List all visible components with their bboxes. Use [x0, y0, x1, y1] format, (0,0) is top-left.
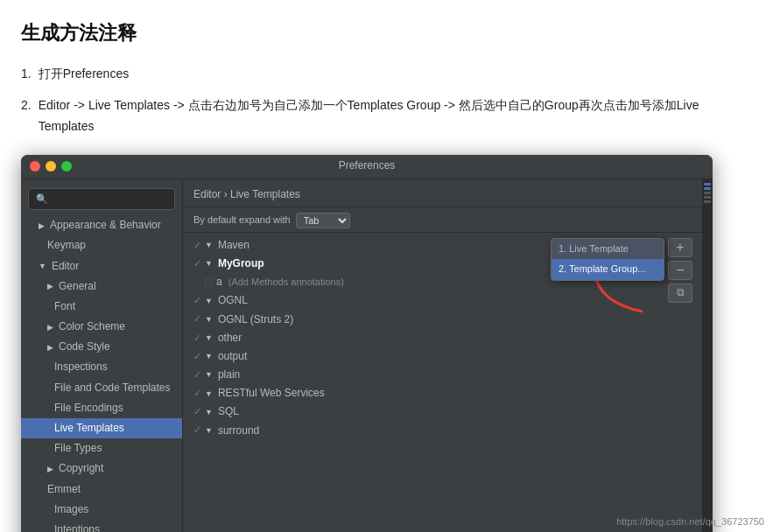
check-icon: ✓: [193, 331, 201, 346]
tpl-label: SQL: [218, 403, 239, 420]
sidebar-label: File Encodings: [54, 400, 123, 416]
sidebar-label: Color Scheme: [59, 318, 125, 335]
tpl-group-ognl-struts[interactable]: ✓ OGNL (Struts 2): [183, 311, 702, 329]
sidebar-label: Copyright: [59, 460, 103, 477]
sidebar-label: Appearance & Behavior: [50, 217, 161, 234]
rsb-dot: [704, 196, 711, 199]
arrow-icon: [39, 260, 46, 272]
tpl-group-restful[interactable]: ✓ RESTful Web Services: [183, 384, 702, 402]
arrow-icon: [205, 388, 213, 400]
tpl-label: output: [218, 348, 247, 365]
tpl-label: Maven: [218, 237, 249, 254]
expand-select[interactable]: Tab Space Enter: [296, 213, 350, 228]
search-icon: 🔍: [36, 192, 48, 207]
sidebar-label: Keymap: [47, 237, 86, 254]
check-icon: ✓: [193, 404, 201, 420]
steps-list: 打开Preferences Editor -> Live Templates -…: [21, 64, 752, 136]
sidebar-label: Editor: [52, 258, 79, 275]
sidebar-item-general[interactable]: General: [21, 276, 182, 297]
tpl-label: plain: [218, 367, 240, 383]
sidebar-item-font[interactable]: Font: [21, 297, 182, 317]
tooltip-item-1[interactable]: 1. Live Template: [552, 239, 664, 260]
sidebar-item-images[interactable]: Images: [21, 500, 182, 520]
sidebar-item-code-style[interactable]: Code Style: [21, 337, 182, 357]
arrow-icon: [47, 341, 53, 354]
sidebar-label: Inspections: [54, 359, 108, 375]
check-icon: ✓: [193, 238, 201, 254]
right-toolbar: + 1. Live Template 2. Template Group... …: [658, 233, 702, 437]
add-button[interactable]: +: [668, 238, 692, 257]
main-header: Editor › Live Templates: [183, 179, 702, 207]
check-icon: ✓: [193, 368, 201, 383]
traffic-lights: [30, 161, 72, 172]
sidebar-label: Font: [54, 298, 75, 315]
sidebar-item-file-types[interactable]: File Types: [21, 438, 182, 458]
arrow-icon: [205, 424, 213, 437]
arrow-icon: [205, 332, 213, 344]
check-icon: ✓: [193, 312, 201, 327]
tpl-label: other: [218, 330, 242, 346]
sidebar-item-copyright[interactable]: Copyright: [21, 458, 182, 479]
search-box[interactable]: 🔍: [28, 188, 175, 211]
tpl-group-sql[interactable]: ✓ SQL: [183, 402, 702, 421]
check-icon: ✓: [193, 386, 201, 402]
sidebar-item-intentions[interactable]: Intentions: [21, 520, 182, 532]
step-2-text: Editor -> Live Templates -> 点击右边加号为自己添加一…: [39, 95, 752, 137]
sidebar-label: Intentions: [54, 522, 100, 532]
sidebar-item-emmet[interactable]: Emmet: [21, 480, 182, 500]
tpl-group-ognl[interactable]: ✓ OGNL: [183, 291, 702, 310]
sidebar-item-editor[interactable]: Editor: [21, 256, 182, 276]
rsb-dot: [704, 187, 711, 190]
sidebar-item-file-code-templates[interactable]: File and Code Templates: [21, 378, 182, 398]
sidebar-label: Emmet: [47, 481, 81, 498]
sidebar[interactable]: 🔍 Appearance & Behavior Keymap Editor Ge…: [21, 179, 183, 532]
maximize-button[interactable]: [61, 161, 72, 172]
copy-button[interactable]: ⧉: [668, 284, 692, 303]
expand-label: By default expand with: [193, 213, 291, 228]
tpl-group-output[interactable]: ✓ output: [183, 347, 702, 366]
tpl-label: OGNL: [218, 292, 248, 309]
tpl-group-surround[interactable]: ✓ surround: [183, 422, 702, 437]
tooltip-popup: 1. Live Template 2. Template Group...: [551, 238, 664, 281]
tpl-sub: (Add Methods annotations): [226, 275, 344, 290]
tooltip-item-2[interactable]: 2. Template Group...: [552, 259, 664, 280]
sidebar-label: File and Code Templates: [54, 380, 171, 396]
sidebar-label: File Types: [54, 440, 102, 457]
right-side-bar: [702, 179, 713, 532]
tpl-label: surround: [218, 423, 259, 437]
main-content: Editor › Live Templates By default expan…: [183, 179, 702, 532]
check-icon: ☐: [204, 275, 213, 290]
check-icon: ✓: [193, 256, 201, 272]
sidebar-item-live-templates[interactable]: Live Templates: [21, 418, 182, 438]
preferences-window: Preferences 🔍 Appearance & Behavior Keym…: [21, 155, 713, 532]
sidebar-item-inspections[interactable]: Inspections: [21, 357, 182, 377]
sidebar-item-keymap[interactable]: Keymap: [21, 235, 182, 256]
step-1-text: 打开Preferences: [39, 64, 129, 85]
tpl-label: RESTful Web Services: [218, 385, 325, 402]
minimize-button[interactable]: [46, 161, 56, 172]
tpl-group-other[interactable]: ✓ other: [183, 329, 702, 347]
arrow-icon: [205, 406, 213, 418]
sidebar-item-appearance[interactable]: Appearance & Behavior: [21, 215, 182, 235]
minus-button[interactable]: −: [668, 261, 692, 280]
arrow-icon: [205, 295, 213, 307]
rsb-dot: [704, 183, 711, 186]
arrow-icon: [205, 257, 213, 270]
sidebar-item-color-scheme[interactable]: Color Scheme: [21, 317, 182, 337]
arrow-icon: [205, 368, 213, 381]
url-bar: https://blog.csdn.net/qq_36723750: [616, 514, 764, 530]
breadcrumb: Editor › Live Templates: [193, 186, 300, 203]
close-button[interactable]: [30, 161, 40, 172]
expand-row: By default expand with Tab Space Enter: [183, 207, 702, 233]
step-2: Editor -> Live Templates -> 点击右边加号为自己添加一…: [21, 95, 752, 137]
sidebar-item-file-encodings[interactable]: File Encodings: [21, 398, 182, 418]
check-icon: ✓: [193, 293, 201, 309]
arrow-icon: [205, 239, 213, 251]
tpl-group-plain[interactable]: ✓ plain: [183, 366, 702, 384]
prefs-body: 🔍 Appearance & Behavior Keymap Editor Ge…: [21, 179, 713, 532]
arrow-icon: [47, 280, 53, 292]
sidebar-label: General: [59, 278, 96, 295]
sidebar-label: Code Style: [59, 339, 110, 355]
arrow-icon: [205, 313, 213, 326]
search-input[interactable]: [52, 193, 167, 204]
